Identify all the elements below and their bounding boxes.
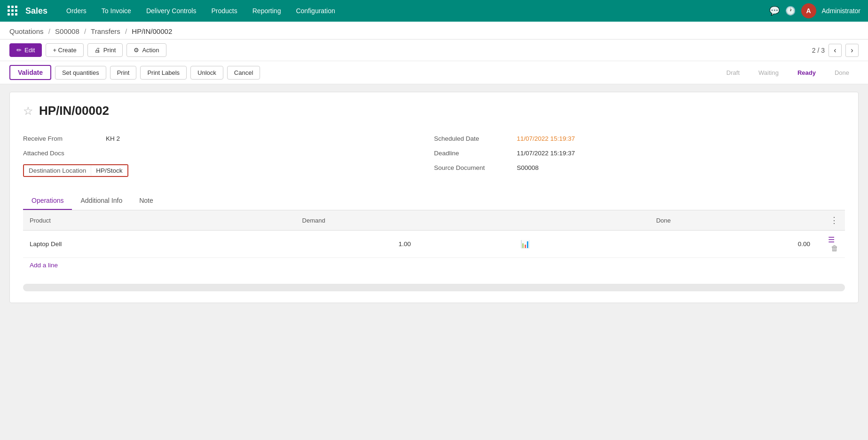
deadline-value[interactable]: 11/07/2022 15:19:37 bbox=[517, 150, 575, 157]
status-draft: Draft bbox=[717, 67, 749, 78]
source-document-value[interactable]: S00008 bbox=[517, 164, 539, 171]
top-navigation: Sales Orders To Invoice Delivery Control… bbox=[0, 0, 868, 22]
receive-from-field: Receive From KH 2 bbox=[23, 131, 434, 146]
action-bar: Validate Set quantities Print Print Labe… bbox=[0, 61, 868, 84]
breadcrumb-quotations[interactable]: Quotations bbox=[9, 27, 44, 35]
pagination-text: 2 / 3 bbox=[812, 47, 825, 54]
pagination-next[interactable]: › bbox=[845, 44, 859, 57]
scheduled-date-field: Scheduled Date 11/07/2022 15:19:37 bbox=[434, 131, 845, 146]
col-demand-header: Demand bbox=[296, 210, 514, 231]
pagination-prev[interactable]: ‹ bbox=[829, 44, 842, 57]
print-labels-button[interactable]: Print Labels bbox=[140, 66, 187, 80]
top-menu: Orders To Invoice Delivery Controls Prod… bbox=[59, 0, 767, 22]
set-quantities-button[interactable]: Set quantities bbox=[55, 66, 106, 80]
operations-table: Product Demand Done ⋮ Laptop Dell 1.00 bbox=[23, 210, 845, 258]
add-line-button[interactable]: Add a line bbox=[23, 258, 64, 272]
destination-location-value[interactable]: HP/Stock bbox=[91, 165, 127, 176]
table-menu-icon[interactable]: ⋮ bbox=[830, 216, 838, 225]
col-done-header: Done bbox=[649, 210, 817, 231]
product-cell: Laptop Dell bbox=[23, 231, 296, 258]
print-icon: 🖨 bbox=[95, 47, 101, 54]
unlock-button[interactable]: Unlock bbox=[190, 66, 223, 80]
status-waiting: Waiting bbox=[749, 67, 788, 78]
record-header: ☆ HP/IN/00002 bbox=[23, 104, 845, 118]
breadcrumb-current: HP/IN/00002 bbox=[132, 27, 172, 35]
trash-icon[interactable]: 🗑 bbox=[831, 244, 838, 252]
username[interactable]: Administrator bbox=[822, 7, 860, 15]
scheduled-date-label: Scheduled Date bbox=[434, 135, 509, 142]
source-document-field: Source Document S00008 bbox=[434, 160, 845, 175]
chat-icon[interactable]: 💬 bbox=[769, 6, 780, 16]
create-button[interactable]: + Create bbox=[46, 43, 83, 57]
table-row: Laptop Dell 1.00 📊 0.00 ☰ 🗑 bbox=[23, 231, 845, 258]
breadcrumb-sep-2: / bbox=[84, 27, 86, 35]
print-button[interactable]: 🖨 Print bbox=[87, 43, 123, 57]
demand-cell: 1.00 bbox=[296, 231, 514, 258]
record-card: ☆ HP/IN/00002 Receive From KH 2 Attached… bbox=[9, 92, 859, 303]
tab-additional-info[interactable]: Additional Info bbox=[72, 192, 131, 210]
deadline-label: Deadline bbox=[434, 150, 509, 157]
chart-cell: 📊 bbox=[514, 231, 650, 258]
breadcrumb-transfers[interactable]: Transfers bbox=[91, 27, 120, 35]
tab-note[interactable]: Note bbox=[131, 192, 162, 210]
breadcrumb-sep-1: / bbox=[48, 27, 50, 35]
tab-operations[interactable]: Operations bbox=[23, 192, 72, 210]
nav-configuration[interactable]: Configuration bbox=[288, 0, 342, 22]
scheduled-date-value[interactable]: 11/07/2022 15:19:37 bbox=[517, 135, 575, 142]
main-toolbar: ✏ Edit + Create 🖨 Print ⚙ Action 2 / 3 ‹… bbox=[0, 40, 868, 61]
apps-menu-icon[interactable] bbox=[8, 6, 18, 16]
add-line-row: Add a line bbox=[23, 258, 845, 272]
brand-title: Sales bbox=[25, 6, 47, 16]
pagination: 2 / 3 ‹ › bbox=[812, 44, 859, 57]
nav-to-invoice[interactable]: To Invoice bbox=[94, 0, 139, 22]
clock-icon[interactable]: 🕐 bbox=[785, 6, 796, 16]
receive-from-label: Receive From bbox=[23, 135, 98, 142]
attached-docs-field: Attached Docs bbox=[23, 146, 434, 160]
breadcrumb: Quotations / S00008 / Transfers / HP/IN/… bbox=[0, 22, 868, 40]
top-nav-right: 💬 🕐 A Administrator bbox=[769, 3, 860, 18]
deadline-field: Deadline 11/07/2022 15:19:37 bbox=[434, 146, 845, 160]
nav-orders[interactable]: Orders bbox=[59, 0, 94, 22]
tabs: Operations Additional Info Note bbox=[23, 192, 845, 210]
record-fields: Receive From KH 2 Attached Docs Destinat… bbox=[23, 131, 845, 181]
avatar[interactable]: A bbox=[801, 3, 816, 18]
validate-button[interactable]: Validate bbox=[9, 65, 51, 80]
attached-docs-label: Attached Docs bbox=[23, 150, 98, 157]
nav-reporting[interactable]: Reporting bbox=[245, 0, 289, 22]
main-content: ☆ HP/IN/00002 Receive From KH 2 Attached… bbox=[0, 84, 868, 311]
action-button[interactable]: ⚙ Action bbox=[126, 43, 166, 57]
status-bar: Draft Waiting Ready Done bbox=[717, 67, 859, 78]
breadcrumb-sep-3: / bbox=[125, 27, 127, 35]
list-icon[interactable]: ☰ bbox=[828, 236, 835, 244]
destination-location-field: Destination Location HP/Stock bbox=[23, 160, 434, 181]
nav-delivery-controls[interactable]: Delivery Controls bbox=[139, 0, 204, 22]
status-ready: Ready bbox=[788, 67, 825, 78]
star-icon[interactable]: ☆ bbox=[23, 104, 33, 118]
col-product-header: Product bbox=[23, 210, 296, 231]
edit-button[interactable]: ✏ Edit bbox=[9, 43, 42, 57]
cancel-button[interactable]: Cancel bbox=[227, 66, 260, 80]
receive-from-value[interactable]: KH 2 bbox=[106, 135, 120, 142]
print-action-button[interactable]: Print bbox=[110, 66, 137, 80]
status-done: Done bbox=[825, 67, 859, 78]
destination-location-label: Destination Location bbox=[24, 165, 91, 176]
table-header-row: Product Demand Done ⋮ bbox=[23, 210, 845, 231]
source-document-label: Source Document bbox=[434, 164, 509, 171]
col-actions-header: ⋮ bbox=[817, 210, 845, 231]
record-title: HP/IN/00002 bbox=[39, 104, 109, 118]
col-empty-header bbox=[514, 210, 650, 231]
row-actions-cell: ☰ 🗑 bbox=[817, 231, 845, 258]
gear-icon: ⚙ bbox=[134, 47, 139, 54]
chart-icon[interactable]: 📊 bbox=[521, 240, 530, 248]
edit-icon: ✏ bbox=[16, 47, 22, 54]
breadcrumb-s00008[interactable]: S00008 bbox=[55, 27, 79, 35]
horizontal-scrollbar[interactable] bbox=[23, 284, 845, 291]
done-cell: 0.00 bbox=[649, 231, 817, 258]
nav-products[interactable]: Products bbox=[204, 0, 245, 22]
